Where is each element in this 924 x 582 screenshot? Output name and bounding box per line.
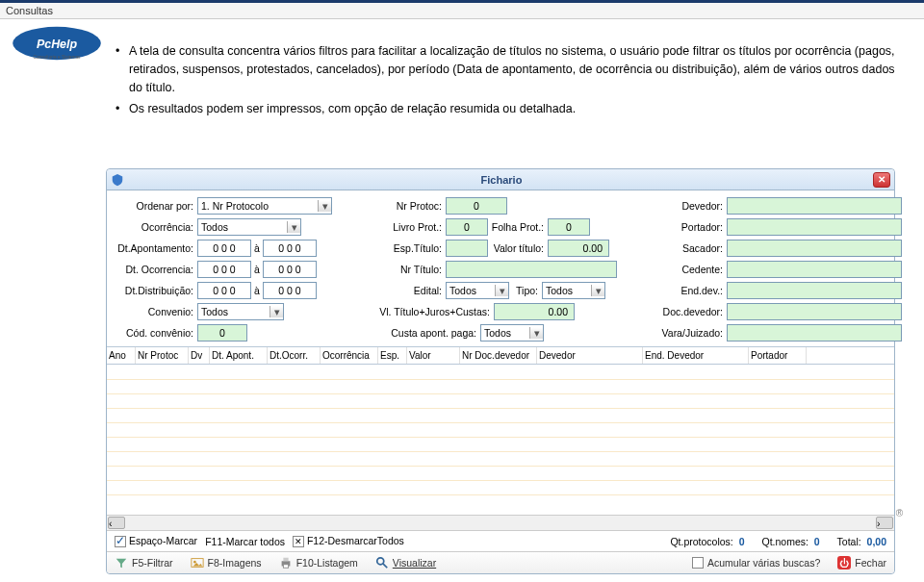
lbl-dtocor: Dt. Ocorrencia: bbox=[115, 264, 197, 275]
tipo-select[interactable]: Todos▾ bbox=[542, 282, 605, 299]
col-ocorr[interactable]: Ocorrência bbox=[321, 347, 378, 364]
chevron-down-icon: ▾ bbox=[287, 221, 300, 233]
lbl-livro: Livro Prot.: bbox=[378, 221, 446, 233]
lbl-ordenar: Ordenar por: bbox=[115, 200, 197, 212]
portador-input[interactable] bbox=[727, 218, 902, 236]
lbl-edital: Edital: bbox=[378, 285, 446, 296]
col-dtapont[interactable]: Dt. Apont. bbox=[210, 347, 268, 364]
bullet-2: Os resultados podem ser impressos, com o… bbox=[116, 100, 905, 118]
grid-body[interactable] bbox=[107, 365, 894, 515]
dtdist-to[interactable] bbox=[263, 282, 317, 299]
svg-text:Consultoria e Sistemas: Consultoria e Sistemas bbox=[33, 55, 81, 60]
col-nrdoc[interactable]: Nr Doc.devedor bbox=[460, 347, 537, 364]
lbl-esp: Esp.Título: bbox=[378, 242, 446, 254]
codconv-input[interactable] bbox=[197, 324, 247, 342]
check-icon bbox=[115, 536, 126, 547]
dtdist-from[interactable] bbox=[197, 282, 251, 299]
print-icon bbox=[279, 556, 293, 569]
col-dtocorr[interactable]: Dt.Ocorr. bbox=[268, 347, 321, 364]
col-dv[interactable]: Dv bbox=[189, 347, 210, 364]
registered-mark: ® bbox=[896, 508, 903, 519]
col-portador[interactable]: Portador bbox=[749, 347, 807, 364]
devedor-input[interactable] bbox=[727, 197, 902, 215]
edital-select[interactable]: Todos▾ bbox=[446, 282, 509, 299]
dtapont-to[interactable] bbox=[263, 240, 317, 257]
folha-input[interactable] bbox=[548, 218, 590, 236]
lbl-vara: Vara/Juizado: bbox=[652, 327, 727, 339]
close-button[interactable]: ✕ bbox=[873, 172, 890, 188]
lbl-nrtitulo: Nr Título: bbox=[378, 264, 446, 275]
col-nrprotoc[interactable]: Nr Protoc bbox=[136, 347, 189, 364]
custa-select[interactable]: Todos▾ bbox=[480, 324, 544, 342]
lbl-convenio: Convenio: bbox=[115, 306, 197, 317]
chevron-down-icon: ▾ bbox=[529, 327, 543, 339]
val-qtprot: 0 bbox=[739, 536, 745, 547]
enddev-input[interactable] bbox=[727, 282, 902, 299]
filter-panel: Ordenar por:1. Nr Protocolo▾ Nr Protoc: … bbox=[107, 190, 894, 346]
lbl-folha: Folha Prot.: bbox=[488, 221, 548, 233]
lbl-qtnomes: Qt.nomes: bbox=[761, 536, 808, 547]
ocorrencia-select[interactable]: Todos▾ bbox=[197, 218, 301, 236]
nrprotoc-input[interactable] bbox=[446, 197, 507, 215]
chevron-down-icon: ▾ bbox=[270, 306, 283, 317]
col-valor[interactable]: Valor bbox=[407, 347, 460, 364]
svg-text:PcHelp: PcHelp bbox=[37, 38, 77, 51]
lbl-valor: Valor título: bbox=[488, 242, 548, 254]
dtocor-from[interactable] bbox=[197, 261, 251, 278]
nrtitulo-input[interactable] bbox=[446, 261, 617, 278]
f5-filtrar-button[interactable]: F5-Filtrar bbox=[115, 556, 173, 569]
scroll-left-icon[interactable]: ‹ bbox=[108, 517, 125, 529]
lbl-ocorrencia: Ocorrência: bbox=[115, 221, 197, 233]
bullet-1: A tela de consulta concentra vários filt… bbox=[116, 42, 905, 96]
visualizar-button[interactable]: Visualizar bbox=[375, 556, 436, 569]
col-devedor[interactable]: Devedor bbox=[537, 347, 643, 364]
valor-input[interactable] bbox=[548, 240, 609, 257]
vara-input[interactable] bbox=[727, 324, 902, 342]
f10-listagem-button[interactable]: F10-Listagem bbox=[279, 556, 358, 569]
col-enddev[interactable]: End. Devedor bbox=[643, 347, 749, 364]
lbl-custa: Custa apont. paga: bbox=[378, 327, 480, 339]
footer-toolbar: F5-Filtrar F8-Imagens F10-Listagem Visua… bbox=[107, 551, 894, 573]
lbl-total: Total: bbox=[837, 536, 861, 547]
col-esp[interactable]: Esp. bbox=[378, 347, 407, 364]
acumular-checkbox[interactable]: Acumular várias buscas? bbox=[692, 557, 820, 569]
sacador-input[interactable] bbox=[727, 240, 902, 257]
titlebar[interactable]: Fichario ✕ bbox=[107, 169, 894, 190]
lbl-codconv: Cód. convênio: bbox=[115, 327, 197, 339]
lbl-devedor: Devedor: bbox=[652, 200, 727, 212]
espaco-marcar: Espaço-Marcar bbox=[115, 535, 197, 547]
scroll-right-icon[interactable]: › bbox=[876, 517, 893, 529]
vljuros-input[interactable] bbox=[494, 303, 575, 320]
window-title: Fichario bbox=[130, 174, 873, 186]
lbl-nrprotoc: Nr Protoc: bbox=[378, 200, 446, 212]
dtapont-from[interactable] bbox=[197, 240, 251, 257]
svg-rect-7 bbox=[283, 565, 288, 569]
f8-imagens-button[interactable]: F8-Imagens bbox=[191, 556, 262, 569]
lbl-qtprot: Qt.protocolos: bbox=[670, 536, 732, 547]
docdev-input[interactable] bbox=[727, 303, 902, 320]
cedente-input[interactable] bbox=[727, 261, 902, 278]
lbl-dtdist: Dt.Distribuição: bbox=[115, 285, 197, 296]
convenio-select[interactable]: Todos▾ bbox=[197, 303, 284, 320]
chevron-down-icon: ▾ bbox=[591, 285, 604, 296]
dtocor-to[interactable] bbox=[263, 261, 317, 278]
svg-rect-6 bbox=[283, 558, 288, 562]
esp-input[interactable] bbox=[446, 240, 488, 257]
filter-icon bbox=[115, 556, 128, 569]
x-icon: ✕ bbox=[293, 536, 304, 547]
chevron-down-icon: ▾ bbox=[318, 200, 331, 212]
lbl-enddev: End.dev.: bbox=[652, 285, 727, 296]
livro-input[interactable] bbox=[446, 218, 488, 236]
pchelp-logo: PcHelp Consultoria e Sistemas bbox=[10, 23, 104, 63]
col-ano[interactable]: Ano bbox=[107, 347, 136, 364]
h-scrollbar[interactable]: ‹› bbox=[107, 515, 894, 530]
lbl-tipo: Tipo: bbox=[509, 285, 542, 296]
lbl-dtapont: Dt.Apontamento: bbox=[115, 242, 197, 254]
search-icon bbox=[375, 556, 389, 569]
status-bar: Espaço-Marcar F11-Marcar todos ✕ F12-Des… bbox=[107, 530, 894, 551]
svg-line-9 bbox=[383, 564, 387, 568]
image-icon bbox=[191, 556, 204, 569]
ordenar-select[interactable]: 1. Nr Protocolo▾ bbox=[197, 197, 332, 215]
fechar-button[interactable]: ⏻Fechar bbox=[837, 556, 886, 569]
val-total: 0,00 bbox=[867, 536, 886, 547]
